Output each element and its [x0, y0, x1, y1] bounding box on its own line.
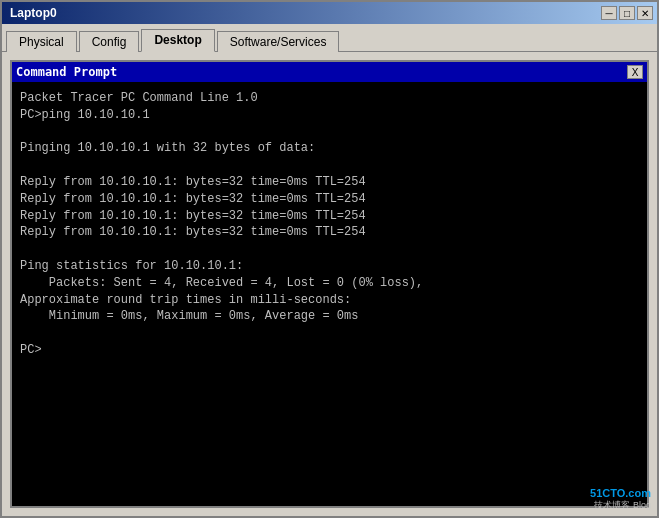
title-bar-buttons: ─ □ ✕: [601, 6, 653, 20]
maximize-button[interactable]: □: [619, 6, 635, 20]
title-bar: Laptop0 ─ □ ✕: [2, 2, 657, 24]
main-window: Laptop0 ─ □ ✕ Physical Config Desktop So…: [0, 0, 659, 518]
minimize-button[interactable]: ─: [601, 6, 617, 20]
cmd-output[interactable]: Packet Tracer PC Command Line 1.0 PC>pin…: [12, 82, 647, 506]
tab-desktop[interactable]: Desktop: [141, 29, 214, 52]
cmd-close-button[interactable]: X: [627, 65, 643, 79]
cmd-window: Command Prompt X Packet Tracer PC Comman…: [10, 60, 649, 508]
cmd-title-bar: Command Prompt X: [12, 62, 647, 82]
cmd-title: Command Prompt: [16, 65, 117, 79]
tab-software[interactable]: Software/Services: [217, 31, 340, 52]
tab-content: Command Prompt X Packet Tracer PC Comman…: [2, 51, 657, 516]
close-button[interactable]: ✕: [637, 6, 653, 20]
tab-physical[interactable]: Physical: [6, 31, 77, 52]
window-title: Laptop0: [6, 6, 57, 20]
tab-config[interactable]: Config: [79, 31, 140, 52]
tab-bar: Physical Config Desktop Software/Service…: [2, 24, 657, 51]
